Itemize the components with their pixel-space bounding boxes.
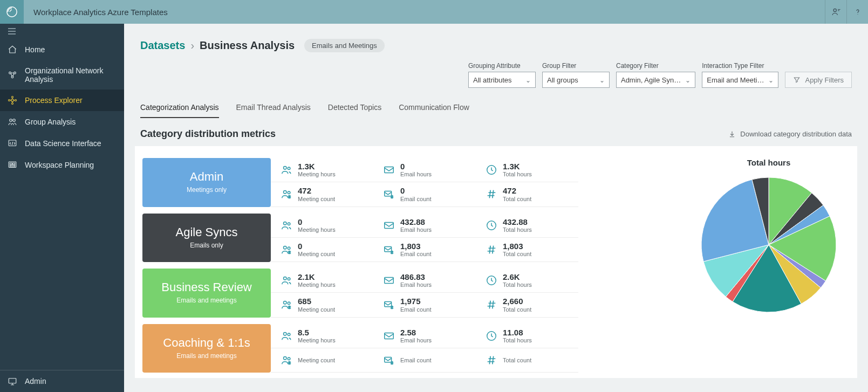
category-card[interactable]: Agile SyncsEmails only [142, 214, 271, 263]
sidebar: Home Organizational Network Analysis Pro… [0, 24, 124, 392]
filter-value: Admin, Agile Syn… [621, 76, 681, 84]
metric-label: Meeting hours [298, 337, 336, 344]
app-logo [0, 0, 24, 24]
mail-hash-icon [383, 188, 395, 200]
metric-value: 0 [400, 162, 432, 171]
metric-value: 2.6K [503, 272, 532, 281]
metric-total-count: Total count [476, 348, 578, 373]
metric-value: 1.3K [298, 162, 336, 171]
download-data-link[interactable]: Download category distribution data [728, 130, 852, 138]
tab-email-thread-analysis[interactable]: Email Thread Analysis [236, 100, 311, 118]
tab-communication-flow[interactable]: Communication Flow [399, 100, 469, 118]
metric-value: 1,975 [400, 297, 431, 306]
svg-point-47 [284, 356, 287, 360]
svg-point-0 [7, 7, 17, 17]
metric-value: 1.3K [503, 162, 532, 171]
metric-label: Total count [503, 196, 531, 203]
breadcrumb-sep: › [190, 39, 194, 52]
category-name: Admin [190, 171, 223, 183]
apply-filters-button[interactable]: Apply Filters [785, 72, 852, 88]
category-row: Coaching & 1:1sEmails and meetings 8.5Me… [142, 324, 688, 373]
category-row: Agile SyncsEmails only 0Meeting hours 43… [142, 214, 688, 263]
hash-icon [486, 188, 497, 200]
category-subtitle: Meetings only [187, 186, 227, 194]
metric-label: Email count [400, 306, 431, 313]
metric-email-count: Email count [373, 348, 476, 373]
metric-label: Email hours [400, 226, 432, 233]
metric-email-count: 0Email count [373, 182, 476, 207]
sidebar-item-label: Group Analysis [25, 118, 76, 126]
metric-total-hours: 1.3KTotal hours [476, 158, 578, 182]
metric-label: Total count [503, 306, 531, 313]
metric-label: Meeting count [298, 196, 335, 203]
svg-point-27 [288, 191, 290, 194]
sidebar-item-group-analysis[interactable]: Group Analysis [0, 111, 124, 133]
metric-label: Meeting hours [298, 226, 336, 233]
clock-icon [486, 274, 497, 286]
metric-meeting-hours: 2.1KMeeting hours [271, 269, 373, 293]
metric-value: 432.88 [503, 217, 532, 226]
metric-meeting-count: Meeting count [271, 348, 373, 373]
hash-icon [486, 244, 497, 256]
sidebar-item-home[interactable]: Home [0, 39, 124, 60]
svg-point-34 [288, 247, 290, 250]
category-card[interactable]: Coaching & 1:1sEmails and meetings [142, 324, 271, 373]
interaction-type-filter-select[interactable]: Email and Meeti… [702, 72, 778, 88]
svg-rect-24 [385, 167, 394, 173]
metric-total-count: 472Total count [476, 182, 578, 207]
breadcrumb-current: Business Analysis [200, 39, 295, 52]
metric-value: 0 [400, 186, 431, 195]
chevron-down-icon [525, 76, 531, 84]
svg-point-2 [857, 14, 858, 15]
metric-label: Email hours [400, 171, 432, 178]
sidebar-item-ona[interactable]: Organizational Network Analysis [0, 60, 124, 90]
sidebar-item-data-science[interactable]: Data Science Interface [0, 133, 124, 154]
sidebar-item-label: Organizational Network Analysis [25, 66, 117, 84]
breadcrumb-root[interactable]: Datasets [140, 39, 185, 52]
people-icon [281, 274, 292, 286]
filter-value: Email and Meeti… [707, 76, 764, 84]
category-filter-select[interactable]: Admin, Agile Syn… [616, 72, 695, 88]
svg-point-44 [288, 333, 290, 336]
help-icon[interactable] [846, 0, 868, 24]
category-name: Agile Syncs [176, 226, 238, 238]
svg-rect-18 [10, 163, 12, 164]
chevron-down-icon [599, 76, 605, 84]
metric-label: Total hours [503, 226, 532, 233]
group-filter-select[interactable]: All groups [542, 72, 610, 88]
svg-point-9 [11, 99, 14, 102]
metric-total-hours: 432.88Total hours [476, 214, 578, 238]
metric-label: Total hours [503, 337, 532, 344]
svg-rect-21 [9, 379, 16, 383]
hash-icon [486, 299, 497, 311]
svg-point-14 [10, 119, 12, 122]
category-card[interactable]: AdminMeetings only [142, 158, 271, 207]
clock-icon [486, 164, 497, 176]
filter-value: All groups [547, 76, 578, 84]
tabs: Categorization Analysis Email Thread Ana… [124, 93, 868, 118]
metric-value: 11.08 [503, 328, 532, 337]
grouping-attribute-select[interactable]: All attributes [468, 72, 536, 88]
app-title: Workplace Analytics Azure Templates [24, 8, 168, 17]
svg-point-1 [833, 9, 836, 11]
metric-label: Email hours [400, 337, 432, 344]
metric-label: Total hours [503, 171, 532, 178]
sidebar-item-workspace-planning[interactable]: Workspace Planning [0, 154, 124, 176]
svg-point-48 [288, 357, 290, 360]
tab-categorization-analysis[interactable]: Categorization Analysis [140, 100, 219, 118]
metric-value: 2.58 [400, 328, 432, 337]
category-subtitle: Emails and meetings [176, 297, 236, 304]
chevron-down-icon [685, 76, 691, 84]
metric-total-count: 1,803Total count [476, 238, 578, 262]
category-card[interactable]: Business ReviewEmails and meetings [142, 269, 271, 318]
metric-total-count: 2,660Total count [476, 293, 578, 317]
metric-email-hours: 432.88Email hours [373, 214, 476, 238]
menu-toggle-icon[interactable] [0, 24, 124, 39]
feedback-icon[interactable] [825, 0, 846, 24]
metric-email-hours: 0Email hours [373, 158, 476, 182]
tab-detected-topics[interactable]: Detected Topics [328, 100, 381, 118]
svg-rect-42 [385, 302, 392, 307]
sidebar-item-process-explorer[interactable]: Process Explorer [0, 90, 124, 111]
sidebar-item-admin[interactable]: Admin [0, 370, 124, 392]
metric-meeting-hours: 1.3KMeeting hours [271, 158, 373, 182]
